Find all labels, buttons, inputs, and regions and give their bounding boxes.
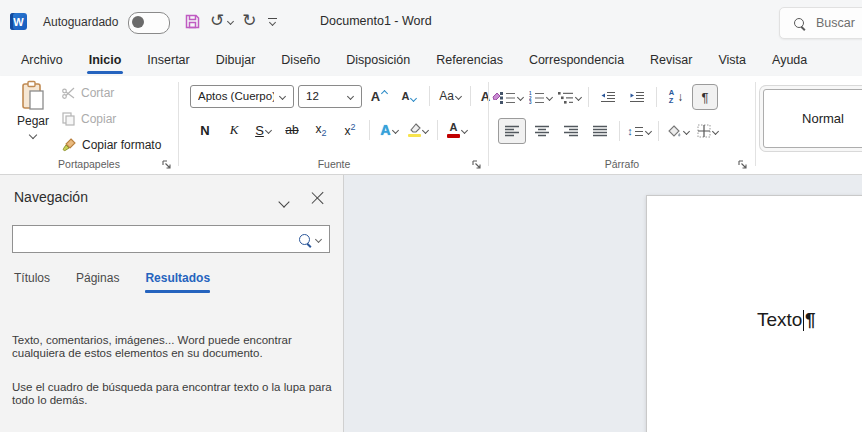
borders-button[interactable]	[694, 119, 720, 143]
tab-dibujar[interactable]: Dibujar	[203, 44, 269, 76]
paragraph-dialog-launcher-icon[interactable]	[737, 159, 748, 170]
decrease-indent-icon	[600, 91, 616, 103]
tab-archivo[interactable]: Archivo	[8, 44, 76, 76]
decrease-indent-button[interactable]	[595, 85, 621, 109]
tab-vista[interactable]: Vista	[705, 44, 759, 76]
grow-font-button[interactable]: A	[366, 84, 392, 108]
font-color-icon: A	[447, 122, 460, 138]
nav-tab-paginas[interactable]: Páginas	[76, 271, 119, 293]
borders-chevron-icon[interactable]	[711, 127, 718, 134]
sort-button[interactable]: AZ ↓	[663, 85, 689, 109]
multilevel-list-chevron-icon[interactable]	[574, 93, 581, 100]
font-size-input[interactable]	[304, 89, 344, 103]
document-page[interactable]: Texto ¶	[646, 195, 862, 432]
search-input[interactable]	[814, 15, 862, 31]
multilevel-list-button[interactable]	[556, 85, 582, 109]
navigation-collapse-chevron-icon[interactable]	[280, 192, 292, 200]
font-color-chevron-icon[interactable]	[461, 126, 468, 133]
show-paragraph-marks-button[interactable]: ¶	[692, 84, 718, 110]
increase-indent-button[interactable]	[624, 85, 650, 109]
navigation-search-icon[interactable]	[299, 234, 310, 245]
shrink-font-label: A	[402, 90, 410, 102]
align-left-icon	[505, 125, 520, 137]
cut-button[interactable]: Cortar	[58, 82, 165, 103]
italic-button[interactable]: K	[221, 118, 247, 142]
strikethrough-button[interactable]: ab	[279, 118, 305, 142]
pilcrow-icon: ¶	[702, 90, 709, 105]
tab-ayuda[interactable]: Ayuda	[759, 44, 820, 76]
text-highlight-chevron-icon[interactable]	[422, 126, 429, 133]
bullets-button[interactable]	[498, 85, 524, 109]
justify-button[interactable]	[587, 119, 613, 143]
multilevel-list-icon	[558, 91, 574, 104]
shading-chevron-icon[interactable]	[683, 127, 690, 134]
navigation-description-2: Use el cuadro de búsqueda para encontrar…	[12, 381, 332, 408]
shrink-font-button[interactable]: A	[396, 84, 422, 108]
undo-dropdown-chevron-icon[interactable]	[227, 17, 234, 24]
word-app-icon[interactable]: W	[10, 13, 27, 30]
autosave-toggle[interactable]	[128, 12, 170, 34]
font-size-chevron-icon[interactable]	[347, 92, 354, 99]
clipboard-dialog-launcher-icon[interactable]	[161, 159, 172, 170]
style-normal-button[interactable]: Normal	[763, 89, 862, 148]
shading-button[interactable]	[665, 119, 691, 143]
navigation-search-input[interactable]	[13, 232, 299, 246]
format-painter-button[interactable]: Copiar formato	[58, 134, 165, 155]
font-color-button[interactable]: A	[444, 118, 470, 142]
change-case-chevron-icon	[455, 92, 462, 99]
search-box[interactable]	[779, 7, 862, 39]
document-canvas[interactable]: Texto ¶	[344, 175, 862, 432]
line-spacing-chevron-icon[interactable]	[645, 127, 652, 134]
text-effects-button[interactable]: A	[376, 118, 402, 142]
navigation-search-box[interactable]	[12, 225, 330, 253]
font-name-input[interactable]	[196, 89, 276, 103]
customize-qat-chevron-icon	[268, 18, 275, 25]
grow-font-caret-icon	[381, 89, 388, 96]
navigation-close-icon[interactable]	[311, 190, 324, 203]
navigation-description-1: Texto, comentarios, imágenes... Word pue…	[12, 334, 332, 361]
align-right-button[interactable]	[558, 119, 584, 143]
underline-chevron-icon[interactable]	[265, 126, 272, 133]
numbering-chevron-icon[interactable]	[545, 93, 552, 100]
save-icon[interactable]	[184, 13, 201, 30]
font-size-combo[interactable]	[298, 85, 362, 108]
numbering-button[interactable]: 1 2 3	[527, 85, 553, 109]
bullets-chevron-icon[interactable]	[516, 93, 523, 100]
customize-qat-icon[interactable]	[268, 18, 277, 25]
nav-tab-titulos[interactable]: Títulos	[14, 271, 50, 293]
tab-disposicion[interactable]: Disposición	[333, 44, 423, 76]
tab-diseno[interactable]: Diseño	[268, 44, 333, 76]
cut-icon	[62, 86, 75, 99]
copy-button[interactable]: Copiar	[58, 108, 165, 129]
font-dialog-launcher-icon[interactable]	[471, 159, 482, 170]
document-text: Texto	[757, 309, 802, 331]
tab-insertar[interactable]: Insertar	[134, 44, 202, 76]
numbering-icon: 1 2 3	[529, 91, 545, 104]
text-highlight-button[interactable]	[405, 118, 431, 142]
tab-referencias[interactable]: Referencias	[423, 44, 516, 76]
undo-button[interactable]: ↺	[210, 10, 233, 32]
superscript-button[interactable]: x2	[337, 118, 363, 142]
redo-icon[interactable]: ↻	[242, 10, 256, 32]
tab-inicio[interactable]: Inicio	[76, 44, 135, 76]
bold-button[interactable]: N	[192, 118, 218, 142]
tab-correspondencia[interactable]: Correspondencia	[516, 44, 637, 76]
align-center-button[interactable]	[529, 119, 555, 143]
paste-dropdown-chevron-icon[interactable]	[29, 131, 37, 139]
nav-tab-resultados[interactable]: Resultados	[145, 271, 210, 293]
paste-button[interactable]: Pegar	[8, 80, 58, 158]
separator	[656, 87, 657, 107]
document-text-line[interactable]: Texto ¶	[757, 309, 816, 331]
font-name-chevron-icon[interactable]	[279, 92, 286, 99]
font-name-combo[interactable]	[190, 85, 294, 108]
superscript-label: x2	[344, 122, 355, 138]
underline-button[interactable]: S	[250, 118, 276, 142]
align-left-button[interactable]	[498, 118, 526, 144]
underline-label: S	[255, 123, 264, 138]
tab-revisar[interactable]: Revisar	[637, 44, 705, 76]
text-effects-chevron-icon[interactable]	[392, 126, 399, 133]
line-spacing-button[interactable]: ↕	[626, 119, 652, 143]
subscript-button[interactable]: x2	[308, 118, 334, 142]
change-case-button[interactable]: Aa	[437, 84, 463, 108]
navigation-search-chevron-icon[interactable]	[315, 235, 322, 242]
